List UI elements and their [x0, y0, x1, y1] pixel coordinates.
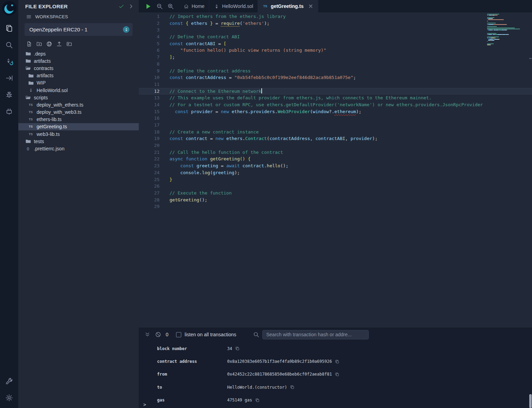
code-text[interactable]: // Define the contract ABI	[170, 33, 240, 40]
tree-item-prettierrc-json[interactable]: {}.prettierrc.json	[18, 145, 139, 152]
line-number[interactable]: 27	[139, 190, 159, 197]
line-number[interactable]: 28	[139, 197, 159, 203]
accept-icon[interactable]	[118, 3, 124, 9]
line-number[interactable]: 23	[139, 162, 159, 169]
clear-console-icon[interactable]	[155, 331, 161, 338]
line-number[interactable]: 10	[139, 74, 159, 81]
line-number[interactable]: 3	[139, 27, 159, 33]
settings-icon[interactable]	[0, 389, 18, 406]
line-number[interactable]: 6	[139, 47, 159, 54]
code-text[interactable]: // Define the contract address	[170, 68, 251, 74]
build-tools-icon[interactable]	[0, 373, 18, 389]
copy-icon[interactable]	[290, 385, 294, 389]
tree-item-contracts[interactable]: contracts	[18, 64, 139, 72]
code-text[interactable]: // This example uses the default provide…	[170, 94, 432, 101]
line-number[interactable]: 9	[139, 68, 159, 74]
tab-getgreeting-ts[interactable]: TSgetGreeting.ts	[258, 0, 318, 12]
line-number[interactable]: 2	[139, 20, 159, 27]
search-icon[interactable]	[0, 37, 18, 53]
line-number[interactable]: 22	[139, 156, 159, 162]
file-explorer-icon[interactable]	[0, 20, 18, 37]
toggle-terminal-icon[interactable]	[144, 331, 151, 338]
line-number[interactable]: 29	[139, 203, 159, 210]
line-number[interactable]: 8	[139, 61, 159, 68]
new-file-icon[interactable]	[26, 41, 32, 47]
tree-item-helloworld-sol[interactable]: HelloWorld.sol	[18, 87, 139, 94]
code-text[interactable]: // Import ethers from the ethers.js libr…	[170, 13, 286, 20]
editor-scrollbar[interactable]	[529, 12, 532, 328]
remix-logo[interactable]	[2, 1, 17, 16]
plugin-manager-icon[interactable]	[0, 103, 18, 119]
code-text[interactable]: // Create a new contract instance	[170, 129, 259, 136]
code-text[interactable]: // Connect to the Ethereum network	[170, 88, 262, 95]
line-number[interactable]: 20	[139, 142, 159, 149]
upload-file-icon[interactable]	[56, 41, 62, 47]
code-text[interactable]: const { ethers } = require('ethers');	[170, 20, 270, 27]
line-number[interactable]: 7	[139, 54, 159, 61]
terminal-search-input[interactable]	[262, 330, 369, 339]
terminal-scrollbar[interactable]	[529, 394, 532, 408]
line-number[interactable]: 16	[139, 115, 159, 122]
line-number[interactable]: 24	[139, 169, 159, 176]
tree-item-getgreeting-ts[interactable]: TSgetGreeting.ts	[18, 123, 139, 130]
code-editor[interactable]: 1// Import ethers from the ethers.js lib…	[139, 12, 532, 328]
tree-item-artifacts[interactable]: artifacts	[18, 57, 139, 64]
load-folder-icon[interactable]	[66, 41, 72, 47]
tree-item-deps[interactable]: .deps	[18, 50, 139, 57]
workspace-menu-icon[interactable]	[26, 14, 32, 20]
code-text[interactable]: // Call the hello function of the contra…	[170, 149, 283, 156]
tab-helloworld-sol[interactable]: HelloWorld.sol	[209, 0, 258, 12]
zoom-out-button[interactable]	[156, 3, 163, 10]
code-text[interactable]: const contract = new ethers.Contract(con…	[170, 135, 378, 142]
line-number[interactable]: 12	[139, 88, 159, 95]
line-number[interactable]: 17	[139, 122, 159, 129]
close-tab-icon[interactable]	[308, 3, 313, 9]
copy-icon[interactable]	[335, 372, 339, 377]
code-text[interactable]: const contractABI = [	[170, 40, 226, 47]
line-number[interactable]: 15	[139, 108, 159, 115]
line-number[interactable]: 26	[139, 183, 159, 190]
code-text[interactable]: async function getGreeting() {	[170, 156, 251, 162]
tree-item-scripts[interactable]: scripts	[18, 94, 139, 101]
line-number[interactable]: 21	[139, 149, 159, 156]
line-number[interactable]: 1	[139, 13, 159, 20]
tree-item-artifacts[interactable]: artifacts	[18, 72, 139, 79]
code-text[interactable]: const provider = new ethers.providers.We…	[170, 108, 361, 115]
tree-item-ethers-lib-ts[interactable]: TSethers-lib.ts	[18, 116, 139, 123]
copy-icon[interactable]	[235, 346, 240, 351]
code-text[interactable]: "function hello() public view returns (s…	[170, 47, 326, 54]
code-text[interactable]: // Execute the function	[170, 190, 232, 197]
copy-icon[interactable]	[335, 359, 339, 364]
line-number[interactable]: 19	[139, 135, 159, 142]
code-text[interactable]: const greeting = await contract.hello();	[170, 162, 288, 169]
listen-all-checkbox[interactable]	[176, 332, 181, 337]
tree-item-deploy-with-ethers-ts[interactable]: TSdeploy_with_ethers.ts	[18, 101, 139, 108]
solidity-compiler-icon[interactable]	[0, 53, 18, 70]
copy-icon[interactable]	[255, 398, 260, 402]
zoom-in-button[interactable]	[167, 3, 174, 10]
line-number[interactable]: 4	[139, 33, 159, 40]
new-folder-icon[interactable]	[36, 41, 42, 47]
chevron-right-icon[interactable]	[128, 3, 134, 9]
code-text[interactable]: console.log(greeting);	[170, 169, 240, 176]
code-text[interactable]: const contractAddress = "0xb54febb5c0c0f…	[170, 74, 356, 81]
scrollbar-thumb[interactable]	[529, 58, 532, 59]
line-number[interactable]: 11	[139, 81, 159, 88]
tree-item-wip[interactable]: WIP	[18, 79, 139, 87]
clone-repo-icon[interactable]	[46, 41, 52, 47]
tree-item-deploy-with-web3-ts[interactable]: TSdeploy_with_web3.ts	[18, 109, 139, 116]
line-number[interactable]: 5	[139, 40, 159, 47]
workspace-select[interactable]: OpenZeppelin ERC20 - 1	[25, 23, 133, 36]
tree-item-web3-lib-ts[interactable]: TSweb3-lib.ts	[18, 130, 139, 138]
code-text[interactable]: // For a testnet or custom RPC, use ethe…	[170, 101, 483, 108]
code-text[interactable]: }	[170, 176, 172, 183]
line-number[interactable]: 18	[139, 129, 159, 136]
deploy-run-icon[interactable]	[0, 70, 18, 86]
line-number[interactable]: 14	[139, 101, 159, 108]
code-text[interactable]: getGreeting();	[170, 197, 207, 203]
line-number[interactable]: 13	[139, 94, 159, 101]
tab-home[interactable]: Home	[179, 0, 209, 12]
line-number[interactable]: 25	[139, 176, 159, 183]
run-script-button[interactable]	[145, 3, 152, 10]
code-text[interactable]: ];	[170, 54, 175, 61]
